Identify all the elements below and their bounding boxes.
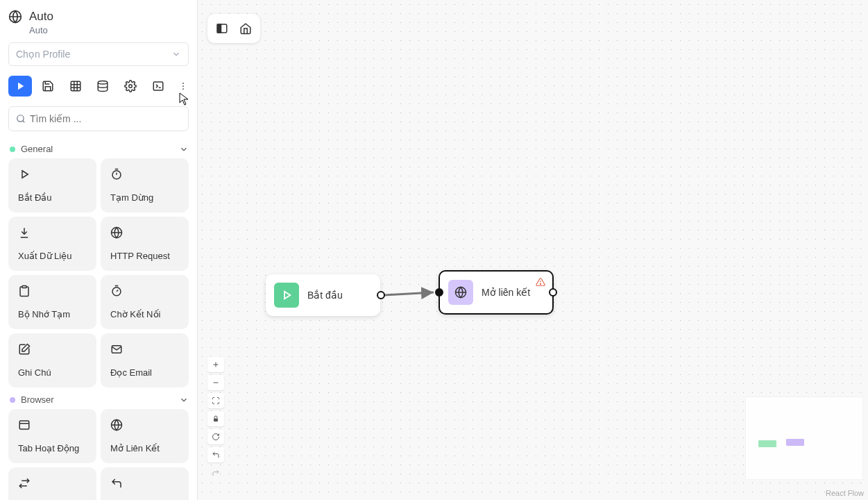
stopwatch-icon	[110, 285, 180, 299]
dot-icon	[10, 397, 15, 403]
section-browser-head[interactable]: Browser	[10, 394, 189, 405]
node-title: Mở liên kết	[482, 287, 530, 298]
play-icon	[274, 283, 299, 308]
attribution: React Flow	[826, 489, 864, 497]
home-button[interactable]	[235, 18, 256, 39]
output-port[interactable]	[377, 291, 385, 299]
svg-marker-16	[22, 171, 28, 178]
svg-rect-2	[71, 81, 80, 91]
chevron-down-icon	[171, 49, 181, 59]
fit-view-button[interactable]	[207, 393, 224, 408]
run-button[interactable]	[8, 76, 32, 97]
app-header: Auto Auto	[6, 10, 192, 35]
svg-point-11	[182, 83, 184, 84]
section-label: General	[21, 144, 173, 154]
svg-rect-33	[217, 24, 221, 33]
svg-line-15	[23, 121, 25, 123]
svg-point-38	[540, 283, 541, 284]
toolbar	[8, 76, 189, 97]
svg-point-14	[17, 115, 24, 122]
output-port[interactable]	[549, 288, 557, 297]
zoom-out-button[interactable]	[207, 375, 224, 390]
terminal-button[interactable]	[146, 76, 170, 97]
save-button[interactable]	[36, 76, 60, 97]
canvas-controls	[207, 357, 224, 481]
database-button[interactable]	[92, 76, 115, 97]
workflow-canvas[interactable]: Bắt đầu Mở liên kết	[198, 0, 868, 500]
minimap-node	[758, 440, 776, 447]
app-subtitle: Auto	[29, 25, 53, 35]
svg-rect-27	[19, 421, 29, 429]
toggle-sidebar-button[interactable]	[212, 18, 232, 39]
canvas-topbar	[207, 14, 260, 43]
more-button[interactable]	[177, 76, 189, 97]
profile-placeholder: Chọn Profile	[16, 49, 70, 60]
mail-icon	[110, 343, 180, 358]
node-open-link[interactable]: Mở liên kết	[439, 270, 554, 315]
globe-icon	[110, 419, 180, 433]
refresh-button[interactable]	[207, 429, 224, 444]
undo-icon	[110, 477, 180, 492]
svg-marker-1	[18, 83, 24, 90]
globe-icon	[8, 10, 22, 26]
section-general-head[interactable]: General	[10, 144, 189, 154]
svg-line-24	[117, 290, 118, 292]
minimap-node	[786, 439, 804, 446]
chevron-down-icon	[179, 395, 189, 405]
download-icon	[18, 226, 88, 241]
input-port[interactable]	[435, 288, 443, 297]
profile-select[interactable]: Chọn Profile	[8, 42, 189, 66]
block-note[interactable]: Ghi Chú	[8, 333, 96, 388]
block-http[interactable]: HTTP Request	[101, 217, 189, 271]
globe-icon	[448, 280, 473, 305]
search-input-wrap[interactable]	[8, 106, 189, 131]
svg-point-13	[182, 88, 184, 90]
block-wait[interactable]: Chờ Kết Nối	[101, 275, 189, 329]
warning-icon	[536, 277, 545, 289]
search-input[interactable]	[30, 113, 181, 124]
block-switch-tab[interactable]: Chuyển Tab	[8, 467, 96, 500]
note-icon	[18, 343, 88, 358]
block-export[interactable]: Xuất Dữ Liệu	[8, 217, 96, 271]
svg-rect-22	[22, 286, 26, 288]
svg-marker-35	[284, 292, 290, 299]
dot-icon	[10, 147, 15, 152]
svg-line-34	[384, 292, 434, 295]
minimap[interactable]	[746, 397, 862, 479]
block-go-back[interactable]: Quay Lại	[101, 467, 189, 500]
zoom-in-button[interactable]	[207, 357, 224, 372]
play-outline-icon	[18, 168, 88, 183]
search-icon	[16, 114, 26, 124]
section-label: Browser	[21, 394, 173, 405]
globe-icon	[110, 226, 180, 241]
app-title: Auto	[29, 10, 53, 24]
window-icon	[18, 419, 88, 433]
node-start[interactable]: Bắt đầu	[266, 274, 380, 316]
lock-button[interactable]	[207, 411, 224, 426]
svg-point-8	[129, 85, 133, 88]
undo-button[interactable]	[207, 447, 224, 462]
svg-point-7	[99, 81, 108, 85]
block-open-link[interactable]: Mở Liên Kết	[101, 409, 189, 463]
sidebar: Auto Auto Chọn Profile	[0, 0, 198, 500]
swap-icon	[18, 477, 88, 492]
timer-icon	[110, 168, 180, 183]
chevron-down-icon	[179, 144, 189, 154]
blocks-panel[interactable]: General Bắt Đầu Tạm Dừng Xuất Dữ Liệu	[6, 137, 192, 500]
grid-button[interactable]	[64, 76, 87, 97]
svg-rect-42	[214, 419, 218, 422]
redo-button[interactable]	[207, 465, 224, 481]
block-pause[interactable]: Tạm Dừng	[101, 158, 189, 212]
svg-point-12	[182, 85, 184, 87]
block-start[interactable]: Bắt Đầu	[8, 158, 96, 212]
block-clipboard[interactable]: Bộ Nhớ Tạm	[8, 275, 96, 329]
node-title: Bắt đầu	[307, 290, 343, 301]
block-email[interactable]: Đọc Email	[101, 333, 189, 388]
settings-button[interactable]	[119, 76, 142, 97]
block-active-tab[interactable]: Tab Hoạt Động	[8, 409, 96, 463]
clipboard-icon	[18, 285, 88, 299]
